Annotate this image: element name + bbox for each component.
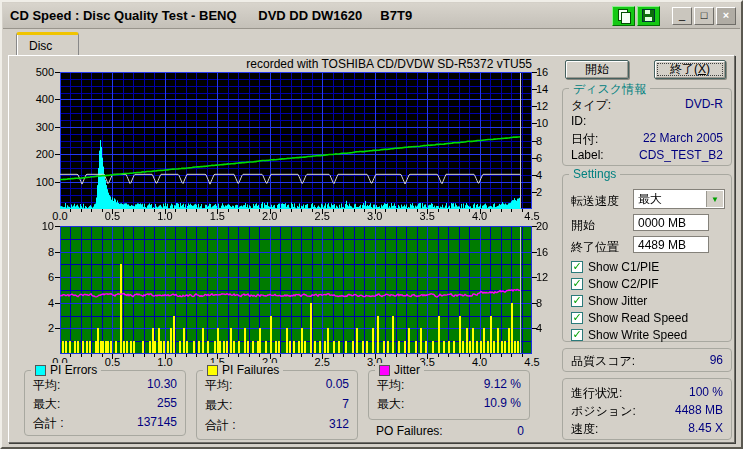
y-axis-tick	[55, 72, 60, 73]
exit-button[interactable]: 終了(X)	[654, 60, 726, 79]
x-axis-tick	[291, 354, 292, 357]
x-axis-tick	[186, 209, 187, 212]
x-axis-tick	[133, 354, 134, 357]
y-axis-tick-label: 4	[26, 297, 54, 309]
x-axis-tick	[249, 354, 250, 357]
stat-label: ID:	[571, 114, 586, 128]
stat-label: 平均:	[205, 377, 232, 394]
checkbox[interactable]: ✓	[571, 278, 583, 290]
y-axis-tick-label: 2	[26, 322, 54, 334]
y2-axis-tick	[532, 123, 537, 124]
x-axis-tick	[480, 209, 481, 214]
y2-axis-tick	[532, 175, 537, 176]
x-axis-tick	[81, 209, 82, 212]
x-axis-tick	[427, 209, 428, 214]
progress-box: 進行状況:100 %ポジション:4488 MB速度:8.45 X	[562, 378, 732, 440]
transfer-speed-dropdown[interactable]: 最大 ▼	[633, 189, 725, 209]
restore-icon: □	[701, 10, 708, 21]
x-axis-tick	[144, 209, 145, 212]
stat-row: タイプ:DVD-R	[571, 97, 723, 113]
y2-axis-tick	[532, 158, 537, 159]
x-axis-tick	[112, 354, 113, 359]
quality-score-row: 品質スコア: 96	[571, 353, 723, 369]
y2-axis-tick-label: 4	[536, 322, 558, 334]
x-axis-tick	[291, 209, 292, 212]
x-axis-tick	[385, 354, 386, 357]
x-axis-tick	[280, 354, 281, 357]
x-axis-tick	[522, 354, 523, 357]
close-button[interactable]: ×	[716, 7, 736, 25]
x-axis-tick	[459, 354, 460, 357]
x-axis-tick	[501, 354, 502, 357]
start-position-label: 開始	[571, 217, 595, 234]
y2-axis-tick	[532, 252, 537, 253]
x-axis-tick	[259, 209, 260, 212]
stat-value: 0.05	[326, 377, 349, 391]
stat-label: 進行状況:	[571, 385, 622, 402]
floppy-disk-icon	[642, 9, 655, 22]
dropdown-button[interactable]: ▼	[706, 191, 723, 207]
x-axis-tick	[490, 354, 491, 357]
checkbox-label: Show C2/PIF	[588, 277, 659, 291]
x-axis-tick	[343, 209, 344, 212]
x-axis-tick	[406, 209, 407, 212]
restore-button[interactable]: □	[694, 7, 714, 25]
pi-errors-box-title: PI Errors	[31, 363, 101, 377]
x-axis-tick	[102, 354, 103, 357]
stat-label: 最大:	[205, 397, 232, 414]
x-axis-tick	[469, 354, 470, 357]
checkbox[interactable]: ✓	[571, 295, 583, 307]
x-axis-tick	[81, 354, 82, 357]
stat-label: 合計 :	[205, 417, 236, 434]
x-axis-tick	[207, 354, 208, 357]
recorded-with-caption: recorded with TOSHIBA CD/DVDW SD-R5372 v…	[60, 57, 532, 71]
x-axis-tick	[144, 354, 145, 357]
end-position-input[interactable]: 4489 MB	[633, 236, 709, 253]
app-window: CD Speed : Disc Quality Test - BENQ DVD …	[0, 0, 743, 449]
start-button[interactable]: 開始	[565, 60, 629, 79]
stat-value: 8.45 X	[688, 421, 723, 435]
pi-failures-box-title: PI Failures	[203, 363, 283, 377]
disc-info-box-title: ディスク情報	[569, 81, 650, 98]
checkbox[interactable]: ✓	[571, 261, 583, 273]
y2-axis-tick	[532, 226, 537, 227]
stat-label: ポジション:	[571, 403, 636, 420]
pi-errors-swatch	[35, 365, 46, 376]
top-chart-canvas	[60, 72, 532, 209]
disc-info-box: ディスク情報 タイプ:DVD-RID:日付:22 March 2005Label…	[562, 88, 732, 166]
y2-axis-tick	[532, 277, 537, 278]
stat-row: 最大:255	[33, 396, 177, 412]
y2-axis-tick	[532, 192, 537, 193]
x-axis-tick	[312, 354, 313, 357]
x-axis-tick	[406, 354, 407, 357]
stat-label: 速度:	[571, 421, 598, 438]
y2-axis-tick	[532, 72, 537, 73]
pi-failures-box: PI Failures 平均:0.05最大:7合計 :312	[196, 370, 358, 440]
start-position-input[interactable]: 0000 MB	[633, 214, 709, 231]
x-axis-tick	[490, 209, 491, 212]
x-axis-tick	[217, 209, 218, 214]
x-axis-tick	[123, 209, 124, 212]
x-axis-tick	[196, 209, 197, 212]
stat-value: 100 %	[689, 385, 723, 399]
x-axis-tick	[165, 354, 166, 359]
x-axis-tick	[333, 209, 334, 212]
x-axis-tick	[270, 209, 271, 214]
copy-button[interactable]	[612, 6, 635, 26]
y-axis-tick	[55, 182, 60, 183]
stat-value: 255	[157, 396, 177, 410]
y2-axis-tick-label: 8	[536, 135, 558, 147]
minimize-button[interactable]: _	[672, 7, 692, 25]
checkbox[interactable]: ✓	[571, 312, 583, 324]
x-axis-tick	[238, 354, 239, 357]
y-axis-tick-label: 6	[26, 271, 54, 283]
x-axis-tick	[175, 354, 176, 357]
save-button[interactable]	[637, 6, 660, 26]
close-icon: ×	[723, 10, 729, 21]
x-axis-tick	[249, 209, 250, 212]
checkbox[interactable]: ✓	[571, 329, 583, 341]
x-axis-tick	[459, 209, 460, 212]
pi-failures-swatch	[207, 365, 218, 376]
end-position-label: 終了位置	[571, 239, 619, 256]
x-axis-tick	[333, 354, 334, 357]
